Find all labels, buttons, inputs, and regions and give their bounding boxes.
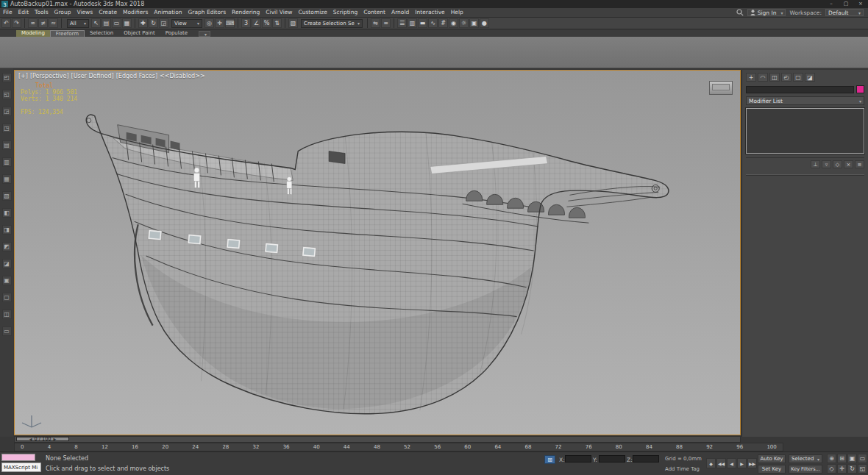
edit-named-selection-sets-button[interactable]: ▧ <box>288 18 298 28</box>
maxscript-mini-listener[interactable] <box>1 454 35 461</box>
select-and-rotate-button[interactable]: ↻ <box>149 18 158 28</box>
search-icon[interactable] <box>736 9 744 16</box>
material-editor-button[interactable]: ◉ <box>449 18 458 28</box>
y-coordinate-field[interactable] <box>599 455 625 463</box>
viewport-general-menu[interactable]: [+] <box>18 73 28 79</box>
ribbon-tab[interactable]: Populate <box>160 30 193 37</box>
show-end-result-button[interactable]: ▿ <box>822 160 831 168</box>
pan-button[interactable]: ✛ <box>837 464 847 474</box>
keyboard-override-toggle[interactable]: ⌨ <box>225 18 235 28</box>
select-and-move-button[interactable]: ✚ <box>138 18 148 28</box>
menu-item[interactable]: Customize <box>295 8 330 17</box>
ribbon-tab[interactable]: Modeling <box>16 30 50 37</box>
dock-tool[interactable]: ▧ <box>2 191 12 201</box>
toggle-scene-explorer-button[interactable]: ☰ <box>397 18 407 28</box>
key-filters-button[interactable]: Key Filters... <box>789 465 822 474</box>
x-coordinate-field[interactable] <box>565 455 591 463</box>
go-to-start-button[interactable]: ◀◀ <box>716 458 726 468</box>
selection-lock-toggle[interactable]: ⊞ <box>544 455 555 464</box>
menu-item[interactable]: Scripting <box>330 8 360 17</box>
workspace-dropdown[interactable]: Default <box>825 9 864 16</box>
rendered-frame-window-button[interactable]: ▣ <box>469 18 479 28</box>
tab-motion[interactable]: ◴ <box>781 73 791 82</box>
unlink-selection-button[interactable]: ≠ <box>38 18 48 28</box>
dock-tool[interactable]: ▢ <box>2 293 12 302</box>
perspective-viewport[interactable]: [+][Perspective][User Defined][Edged Fac… <box>14 70 741 435</box>
snaps-toggle[interactable]: 3 <box>241 18 251 28</box>
configure-modifier-sets-button[interactable]: ≡ <box>855 160 864 168</box>
viewcube-placeholder[interactable] <box>709 81 733 95</box>
minimize-button[interactable]: – <box>824 0 839 8</box>
play-button[interactable]: ▶ <box>737 458 747 468</box>
object-color-swatch[interactable] <box>856 85 864 93</box>
select-object-button[interactable]: ↖ <box>91 18 101 28</box>
viewport-pov-menu[interactable]: [Perspective] <box>30 73 69 79</box>
menu-item[interactable]: Modifiers <box>120 8 151 17</box>
dock-tool[interactable]: ▣ <box>2 276 12 285</box>
toggle-ribbon-button[interactable]: ▬ <box>418 18 427 28</box>
previous-frame-button[interactable]: ◀ <box>727 458 736 468</box>
render-production-button[interactable]: ● <box>480 18 489 28</box>
render-setup-button[interactable]: ☼ <box>459 18 469 28</box>
zoom-extents-button[interactable]: ▣ <box>847 454 857 463</box>
select-and-link-button[interactable]: ∞ <box>28 18 38 28</box>
reference-coordinate-dropdown[interactable]: View <box>171 19 202 28</box>
bind-to-space-warp-button[interactable]: ≈ <box>49 18 58 28</box>
go-to-end-button[interactable]: ▶▶ <box>747 458 757 468</box>
spinner-snap-toggle[interactable]: ⇅ <box>272 18 282 28</box>
dock-tool[interactable]: ◨ <box>2 225 12 235</box>
menu-item[interactable]: Tools <box>32 8 51 17</box>
viewport-shading-menu[interactable]: [Edged Faces] <box>116 73 157 79</box>
selection-filter-dropdown[interactable]: All <box>67 19 89 28</box>
tab-display[interactable]: ▢ <box>793 73 803 82</box>
dock-tool[interactable]: ▦ <box>2 174 12 184</box>
field-of-view-button[interactable]: ◇ <box>827 464 836 474</box>
key-mode-toggle[interactable]: ◆ <box>706 458 716 468</box>
tab-hierarchy[interactable]: ◫ <box>769 73 780 82</box>
menu-item[interactable]: Civil View <box>263 8 295 17</box>
menu-item[interactable]: Interactive <box>412 8 447 17</box>
dock-tool[interactable]: ◱ <box>2 90 12 99</box>
close-button[interactable]: × <box>853 0 868 8</box>
tab-modify[interactable]: ◠ <box>758 73 768 82</box>
menu-item[interactable]: Arnold <box>388 8 412 17</box>
pin-stack-button[interactable]: ⊥ <box>811 160 820 168</box>
ribbon-config-button[interactable] <box>199 31 210 37</box>
curve-editor-button[interactable]: ∿ <box>428 18 438 28</box>
time-slider[interactable]: 0 / 100 <box>14 436 741 443</box>
modifier-list-dropdown[interactable]: Modifier List <box>746 96 864 105</box>
maximize-button[interactable]: ▢ <box>839 0 853 8</box>
menu-item[interactable]: Edit <box>15 8 32 17</box>
menu-item[interactable]: Help <box>448 8 466 17</box>
zoom-all-button[interactable]: ⊞ <box>837 454 847 463</box>
menu-item[interactable]: Animation <box>151 8 185 17</box>
undo-button[interactable]: ↶ <box>1 18 11 28</box>
object-name-field[interactable] <box>746 86 854 93</box>
use-pivot-point-button[interactable]: ◎ <box>204 18 214 28</box>
track-bar[interactable]: 0481216202428323640444852566064687276808… <box>14 443 783 451</box>
dock-tool[interactable]: ◫ <box>2 310 12 319</box>
dock-tool[interactable]: ◪ <box>2 259 12 268</box>
selection-set-dropdown[interactable]: Selected <box>789 454 822 463</box>
ribbon-tab[interactable]: Object Paint <box>118 30 160 37</box>
menu-item[interactable]: Rendering <box>229 8 263 17</box>
tab-create[interactable]: + <box>746 73 756 82</box>
set-key-button[interactable]: Set Key <box>758 465 786 474</box>
z-coordinate-field[interactable] <box>633 455 659 463</box>
auto-key-button[interactable]: Auto Key <box>758 454 786 463</box>
ribbon-tab[interactable]: Freeform <box>50 30 85 37</box>
dock-tool[interactable]: ◰ <box>2 73 12 82</box>
mirror-button[interactable]: ⇋ <box>371 18 380 28</box>
modifier-stack[interactable] <box>746 108 864 154</box>
zoom-region-button[interactable]: ▭ <box>858 454 867 463</box>
redo-button[interactable]: ↷ <box>12 18 21 28</box>
dock-tool[interactable]: ◳ <box>2 124 12 133</box>
dock-tool[interactable]: ◧ <box>2 208 12 218</box>
window-crossing-toggle[interactable]: ▦ <box>122 18 132 28</box>
tab-utilities[interactable]: ◪ <box>805 73 815 82</box>
select-and-scale-button[interactable]: ◲ <box>159 18 168 28</box>
maximize-viewport-toggle[interactable]: ◱ <box>858 464 867 474</box>
menu-item[interactable]: Graph Editors <box>185 8 230 17</box>
select-by-name-button[interactable]: ▤ <box>102 18 111 28</box>
dock-tool[interactable]: ◲ <box>2 107 12 116</box>
